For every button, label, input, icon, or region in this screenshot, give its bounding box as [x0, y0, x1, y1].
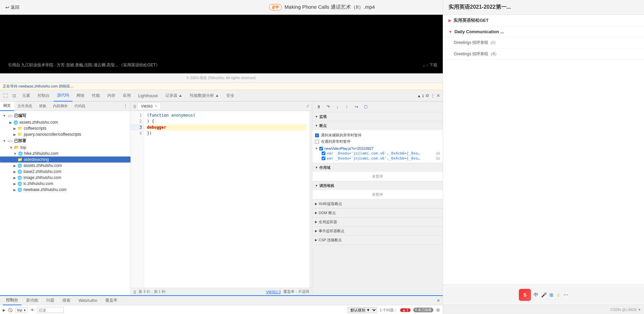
source-tab-snippets[interactable]: 代码段 — [71, 102, 89, 111]
tab-source[interactable]: 源代码 — [54, 90, 72, 102]
devtools-close-icon[interactable]: ✕ — [436, 93, 440, 98]
bp-checkbox3[interactable] — [322, 156, 325, 160]
sougou-chinese-icon[interactable]: 中 — [534, 292, 538, 298]
devtools-more-icon[interactable]: ⋮ — [431, 93, 435, 98]
folder-icon3: 📂 — [14, 145, 19, 150]
tab-console[interactable]: 控制台 — [34, 90, 53, 102]
tab-network[interactable]: 网络 — [73, 90, 88, 102]
eye-icon[interactable]: 👁 — [31, 308, 34, 312]
tab-lighthouse[interactable]: Lighthouse — [135, 90, 161, 102]
tree-item-aidedteaching[interactable]: 📁 aidedteaching — [0, 156, 130, 163]
tree-item-newbase[interactable]: ▶ 🌐 newbase.zhihuishu.com — [0, 187, 130, 193]
source-tab-filesystem[interactable]: 文件系统 — [14, 102, 36, 111]
bp-checkbox2[interactable] — [322, 151, 325, 155]
callstack-section: ▼ 调用堆栈 未暂停 — [312, 181, 443, 199]
global-arrow-icon: ▶ — [315, 220, 317, 224]
download-icon: ↓ — [423, 63, 425, 68]
tab-application[interactable]: 应用 — [119, 90, 134, 102]
event-header[interactable]: ▶ 事件监听器断点 — [312, 227, 443, 235]
tree-item-coffeescripts[interactable]: ▶ 📁 coffeescripts — [0, 125, 130, 131]
sougou-more-icon[interactable]: ⋯ — [564, 292, 568, 298]
course-item-1[interactable]: Greetings 招呼寒暄（I） — [443, 37, 644, 49]
coverage-label: 覆盖率：不适用 — [283, 289, 309, 294]
sougou-emoji-icon[interactable]: ☺ — [556, 292, 561, 298]
console-tab-console[interactable]: 控制台 — [3, 296, 21, 305]
console-close-icon[interactable]: ✕ — [437, 298, 440, 303]
filter-input[interactable] — [37, 307, 64, 313]
tree-item-lc[interactable]: ▶ 🌐 lc.zhihuishu.com — [0, 181, 130, 187]
network-icon7: 🌐 — [17, 188, 22, 192]
chevron-right-icon3: ▶ — [13, 133, 16, 136]
editor-scrollbar[interactable] — [309, 111, 312, 288]
course-section2-header[interactable]: ▼ Daily Communication ... — [443, 26, 644, 37]
tab-recorder[interactable]: 记录器 ▲ — [162, 90, 186, 102]
settings-icon[interactable]: ⚙ — [436, 308, 440, 313]
code-content[interactable]: (function anonymous( ) { debugger }) — [144, 111, 309, 288]
source-tab-more[interactable]: ⋮ — [120, 104, 130, 109]
top-context[interactable]: top ▼ — [15, 307, 28, 313]
expand-icon[interactable]: ⤢ — [306, 104, 309, 108]
download-button[interactable]: ↓ ↓ 下载 — [423, 62, 437, 68]
tree-item-hike[interactable]: ▼ 🌐 hike.zhihuishu.com — [0, 150, 130, 156]
scope-header[interactable]: ▼ 作用域 — [312, 163, 443, 172]
bp-checkbox1[interactable] — [319, 147, 323, 150]
tree-item-image[interactable]: ▶ 🌐 image.zhihuishu.com — [0, 175, 130, 181]
tab-elements[interactable]: 元素 — [19, 90, 34, 102]
course-section1[interactable]: ▶ 实用英语轻松GET — [443, 15, 644, 26]
console-arrow-icon: ▶ — [3, 308, 5, 312]
vm-link[interactable]: VM362:3 — [266, 290, 281, 294]
callstack-header[interactable]: ▼ 调用堆栈 — [312, 181, 443, 190]
csp-header[interactable]: ▶ CSP 违规断点 — [312, 236, 443, 244]
tree-item-assets2[interactable]: ▶ 🌐 assets.zhihuishu.com — [0, 163, 130, 169]
tree-item-top[interactable]: ▼ 📂 top — [0, 144, 130, 150]
tab-memory[interactable]: 内存 — [104, 90, 119, 102]
source-tab-content-scripts[interactable]: 内容脚本 — [50, 102, 71, 111]
breakpoints-arrow-icon: ▼ — [315, 124, 318, 127]
step-into-icon[interactable]: ↓ — [334, 103, 341, 111]
devtools-cursor-icon[interactable]: ⛶ — [1, 93, 10, 98]
xhr-header[interactable]: ▶ XHR/提取断点 — [312, 199, 443, 208]
level-select[interactable]: 默认级别 ▼ — [347, 307, 377, 313]
sougou-table-icon[interactable]: ⊞ — [549, 292, 553, 298]
pause-caught[interactable]: 在遇到异常时暂停 — [315, 138, 440, 145]
console-tab-webauthn[interactable]: WebAuthn — [75, 296, 101, 305]
tree-item-jquery[interactable]: ▶ 📁 jquery.nanoscroller/coffeescripts — [0, 131, 130, 137]
clear-icon[interactable]: 🚫 — [8, 308, 13, 312]
bp-expand-icon[interactable]: ▼ — [315, 147, 318, 150]
devtools-settings-icon[interactable]: ⚙ — [425, 93, 429, 98]
pause-uncaught[interactable]: ✓ 遇到未捕获的异常时暂停 — [315, 132, 440, 138]
source-tab-webpage[interactable]: 网页 — [0, 102, 14, 111]
devtools-inspect-icon[interactable]: ⊡ — [10, 93, 18, 98]
dom-header[interactable]: ▶ DOM 断点 — [312, 208, 443, 217]
breakpoints-header[interactable]: ▼ 断点 — [312, 121, 443, 130]
course-item-2[interactable]: Greetings 招呼寒暄（II） — [443, 49, 644, 60]
tree-section-deployed[interactable]: ▼ </> 已部署 — [0, 137, 130, 144]
tab-perf-insights[interactable]: 性能数据分析 ▲ — [186, 90, 222, 102]
editor-tab-close-icon[interactable]: ✕ — [155, 104, 157, 108]
step-over-icon[interactable]: ↷ — [324, 103, 332, 111]
console-tab-issues[interactable]: 问题 — [43, 296, 58, 305]
step-out-icon[interactable]: ↑ — [343, 103, 351, 111]
tree-item-base2[interactable]: ▶ 🌐 base2.zhihuishu.com — [0, 169, 130, 175]
console-tab-new[interactable]: 新功能 — [23, 296, 42, 305]
tab-performance[interactable]: 性能 — [89, 90, 103, 102]
tree-section-written[interactable]: ▼ </> 已编写 — [0, 112, 130, 119]
watch-header[interactable]: ▼ 监视 — [312, 112, 443, 121]
source-tab-overrides[interactable]: 替换 — [36, 102, 50, 111]
step-icon[interactable]: ↪ — [353, 103, 360, 111]
tree-item-assets[interactable]: ▶ 🌐 assets.zhihuishu.com — [0, 119, 130, 125]
code-line-3: debugger — [147, 124, 307, 130]
format-icon[interactable]: {} — [133, 104, 136, 108]
tab-security[interactable]: 安全 — [223, 90, 238, 102]
debugger-panel: ⏸ ↷ ↓ ↑ ↪ ⬡ ▼ 监视 — [312, 102, 443, 295]
error-badge: ▲ 1 — [400, 308, 410, 312]
deactivate-breakpoints-icon[interactable]: ⬡ — [362, 103, 369, 111]
sougou-mic-icon[interactable]: 🎤 — [541, 292, 547, 298]
editor-tab-vm363[interactable]: VM363 ✕ — [137, 103, 161, 110]
console-tab-coverage[interactable]: 覆盖率 — [102, 296, 121, 305]
video-player[interactable]: 引用自 九江职业技术学院 · 方芳,贺婧,查巍,沈阳,项云卿,高莹... 《实用… — [0, 15, 443, 73]
console-tab-search[interactable]: 搜索 — [59, 296, 74, 305]
back-button[interactable]: ↩ 返回 — [5, 4, 19, 10]
global-header[interactable]: ▶ 全局监听器 — [312, 217, 443, 226]
pause-icon[interactable]: ⏸ — [315, 103, 322, 111]
